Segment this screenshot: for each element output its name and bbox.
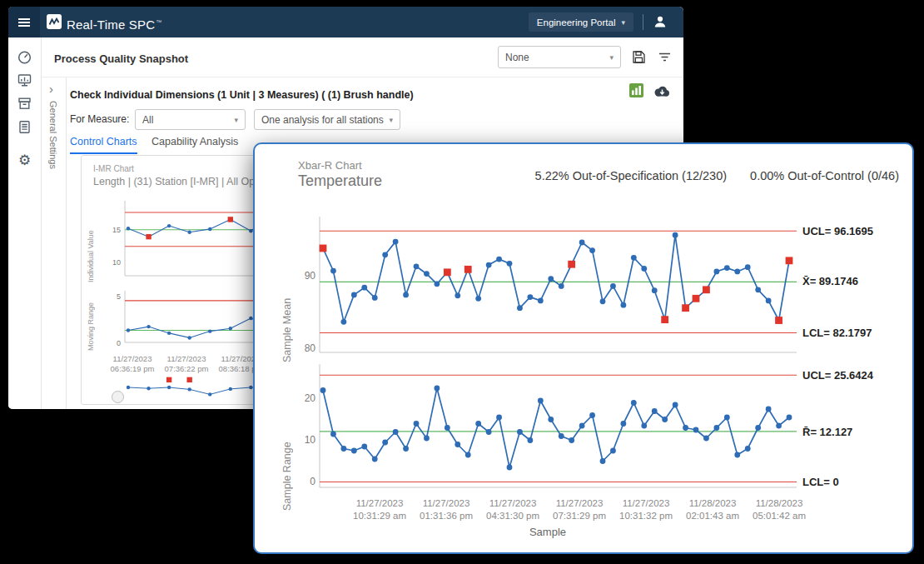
measure-dropdown[interactable]: All ▾ — [135, 109, 246, 130]
x-tick-label: 11/27/2023 04:31:30 pm — [479, 497, 546, 522]
x-tick-label: 11/28/2023 02:01:43 am — [679, 497, 746, 522]
app-logo-icon — [47, 14, 62, 29]
sidebar-item-dashboard[interactable] — [17, 48, 33, 65]
imr-x-tick-label: 11/27/2023 06:36:19 pm — [103, 354, 161, 374]
chevron-down-icon: ▾ — [234, 116, 238, 124]
svg-text:90: 90 — [305, 270, 316, 282]
general-settings-panel: › General Settings — [42, 77, 67, 409]
preset-dropdown-value: None — [505, 52, 529, 63]
x-axis-title: Sample — [298, 526, 797, 538]
portal-dropdown[interactable]: Engineering Portal ▾ — [529, 12, 633, 32]
chart-stats: 5.22% Out-of-Specification (12/230) 0.00… — [535, 169, 899, 182]
gear-icon: ⚙ — [18, 153, 31, 167]
out-of-control-stat: 0.00% Out-of-Control (0/46) — [750, 169, 899, 182]
export-chart-button[interactable] — [629, 83, 643, 97]
chevron-down-icon: ▾ — [389, 116, 393, 124]
analysis-mode-dropdown[interactable]: One analysis for all stations ▾ — [254, 109, 400, 130]
mean-center-label: X̄= 89.1746 — [802, 275, 858, 287]
x-tick-label: 11/27/2023 10:31:32 pm — [613, 497, 679, 522]
for-measure-label: For Measure: — [70, 109, 129, 130]
mean-ucl-label: UCL= 96.1695 — [802, 225, 873, 237]
sidebar-item-checklist[interactable] — [17, 118, 33, 135]
preset-dropdown[interactable]: None ▾ — [498, 46, 621, 68]
mean-lcl-label: LCL= 82.1797 — [802, 327, 872, 339]
app-title: Real-Time SPC™ — [67, 7, 161, 37]
x-tick-label: 11/27/2023 10:31:29 am — [346, 497, 413, 522]
svg-text:20: 20 — [305, 392, 316, 404]
chevron-down-icon: ▾ — [609, 53, 614, 62]
range-ucl-label: UCL= 25.6424 — [802, 369, 873, 382]
menu-button[interactable] — [8, 7, 40, 37]
sidebar-item-analysis[interactable] — [17, 72, 33, 88]
save-button[interactable] — [631, 49, 648, 66]
tab-control-charts[interactable]: Control Charts — [70, 136, 137, 154]
general-settings-label: General Settings — [48, 101, 58, 234]
xbar-chart-title: Temperature — [298, 172, 382, 190]
xbar-chart-type-label: Xbar-R Chart — [298, 159, 362, 172]
chevron-down-icon: ▾ — [621, 18, 625, 27]
sidebar-item-settings[interactable]: ⚙ — [17, 152, 33, 168]
trademark: ™ — [156, 19, 161, 25]
top-navbar: Real-Time SPC™ Engineering Portal ▾ — [8, 7, 683, 37]
portal-dropdown-label: Engineering Portal — [537, 17, 616, 27]
svg-text:0: 0 — [310, 476, 315, 487]
analysis-dropdown-value: One analysis for all stations — [261, 114, 384, 126]
filter-button[interactable] — [657, 49, 673, 66]
svg-text:0: 0 — [117, 339, 121, 347]
expand-panel-chevron-icon[interactable]: › — [49, 82, 53, 95]
x-tick-label: 11/28/2023 05:01:42 am — [746, 497, 812, 522]
clipboard-icon — [17, 119, 32, 135]
monitor-chart-icon — [17, 72, 32, 88]
navbar-divider — [643, 14, 643, 30]
sample-range-chart: 20100 — [298, 362, 797, 496]
svg-text:10: 10 — [112, 258, 121, 267]
svg-text:5: 5 — [117, 292, 121, 301]
svg-text:10: 10 — [305, 434, 316, 446]
header-divider — [42, 77, 683, 77]
left-icon-sidebar: ⚙ — [8, 37, 42, 409]
sample-mean-axis-label: Sample Mean — [281, 237, 293, 362]
xbar-r-chart-window: Xbar-R Chart Temperature 5.22% Out-of-Sp… — [253, 142, 914, 554]
cloud-download-icon — [653, 84, 671, 98]
save-icon — [631, 49, 647, 65]
chart-nav-button[interactable] — [112, 391, 124, 403]
moving-range-axis-label: Moving Range — [87, 291, 95, 351]
page-title: Process Quality Snapshot — [54, 52, 188, 65]
x-tick-label: 11/27/2023 07:31:29 pm — [546, 497, 613, 522]
hamburger-icon — [17, 15, 32, 30]
measure-dropdown-value: All — [142, 114, 153, 126]
download-button[interactable] — [653, 84, 671, 98]
sidebar-item-inventory[interactable] — [17, 95, 33, 112]
range-center-label: R̄= 12.127 — [802, 426, 852, 438]
sample-mean-chart: 9080 — [298, 215, 797, 361]
filter-icon — [657, 49, 673, 65]
individual-value-axis-label: Individual Value — [87, 202, 95, 282]
bar-chart-icon — [629, 83, 643, 97]
box-icon — [17, 96, 32, 112]
gauge-icon — [17, 49, 32, 65]
svg-text:80: 80 — [305, 342, 316, 354]
desktop: Real-Time SPC™ Engineering Portal ▾ — [0, 0, 924, 564]
imr-chart-type-label: I-MR Chart — [93, 164, 134, 173]
range-lcl-label: LCL= 0 — [802, 476, 839, 488]
user-icon[interactable] — [652, 13, 668, 30]
section-title: Check Individual Dimensions (1 Unit | 3 … — [70, 89, 414, 101]
svg-text:15: 15 — [112, 226, 121, 234]
tab-capability-analysis[interactable]: Capability Analysis — [152, 136, 238, 152]
x-tick-label: 11/27/2023 01:31:36 pm — [413, 497, 479, 522]
out-of-specification-stat: 5.22% Out-of-Specification (12/230) — [535, 169, 728, 182]
imr-x-tick-label: 11/27/2023 07:36:22 pm — [157, 354, 216, 374]
sample-range-axis-label: Sample Range — [281, 386, 293, 511]
